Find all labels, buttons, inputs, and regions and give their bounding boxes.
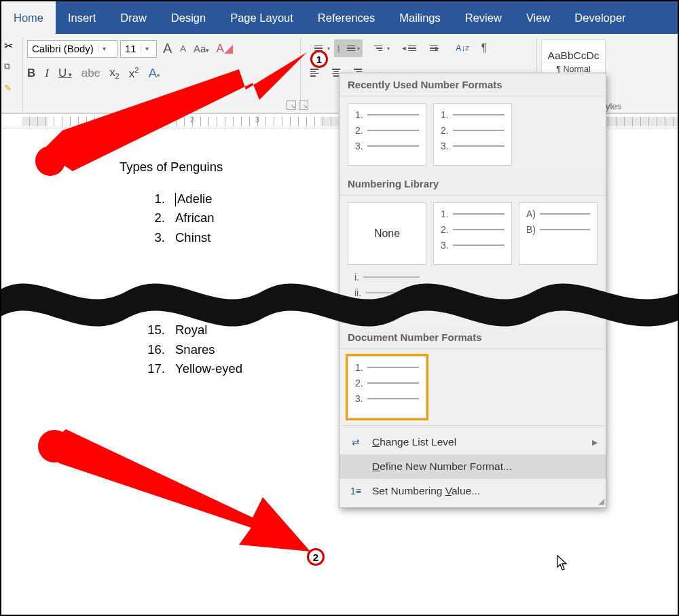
tab-view[interactable]: View [514,1,562,34]
tab-insert[interactable]: Insert [56,1,108,34]
callout-1: 1 [310,50,328,68]
tab-home[interactable]: Home [1,1,56,34]
list-item: Yellow-eyed [168,359,242,379]
define-format-icon [349,461,363,472]
set-numbering-value-item[interactable]: 1≡ Set Numbering Value... [340,479,606,503]
svg-marker-4 [557,556,566,570]
bold-button[interactable]: B [27,67,35,80]
list-item: Snares [168,340,242,360]
format-tile-numeric[interactable]: 1. 2. 3. [433,103,512,166]
svg-marker-0 [42,52,307,171]
tab-references[interactable]: References [306,1,387,34]
change-list-level-item[interactable]: ⇄ Change List Level ▶ [340,430,606,454]
decrease-indent-button[interactable]: ◄ [402,39,422,57]
multilevel-list-button[interactable] [364,39,392,57]
resize-grip-icon[interactable]: ◢ [595,496,604,506]
change-level-icon: ⇄ [349,437,363,448]
format-painter-icon[interactable]: ✎ [4,83,18,96]
format-tile-numeric-selected[interactable]: 1. 2. 3. [348,356,426,418]
mouse-cursor-icon [557,555,569,571]
ribbon-tabs: Home Insert Draw Design Page Layout Refe… [1,1,678,34]
define-new-number-format-item[interactable]: Define New Number Format... [340,454,606,479]
annotation-arrow-1 [35,42,327,192]
show-hide-button[interactable]: ¶ [474,39,494,57]
sort-button[interactable]: A↓Z [452,39,473,57]
panel-menu: ⇄ Change List Level ▶ Define New Number … [340,426,606,507]
format-tile-numeric[interactable]: 1. 2. 3. [348,103,426,166]
annotation-arrow-2 [35,422,320,579]
recent-formats-tiles: 1. 2. 3. 1. 2. 3. [340,96,606,173]
list-item: African [168,209,223,228]
recent-formats-header: Recently Used Number Formats [340,73,606,96]
text-cursor [175,193,176,206]
callout-2: 2 [307,548,325,566]
svg-marker-2 [45,429,310,551]
torn-page-separator [0,254,679,342]
numbering-button[interactable] [334,39,363,57]
svg-point-1 [35,146,65,176]
increase-indent-button[interactable]: ► [424,39,444,57]
numbering-library-header: Numbering Library [340,173,606,196]
tab-page-layout[interactable]: Page Layout [218,1,306,34]
tab-review[interactable]: Review [453,1,514,34]
chevron-right-icon: ▶ [592,438,598,447]
quick-access: ✂ ⧉ ✎ [4,39,20,105]
list-item: Adelie [168,189,223,209]
tab-mailings[interactable]: Mailings [387,1,453,34]
svg-point-3 [38,430,71,463]
cut-icon[interactable]: ✂ [4,39,18,53]
set-value-icon: 1≡ [349,486,363,496]
tab-design[interactable]: Design [159,1,218,34]
tab-draw[interactable]: Draw [108,1,159,34]
tab-developer[interactable]: Developer [562,1,638,34]
list-top: Adelie African Chinst [168,189,223,248]
list-item: Chinst [168,228,223,248]
copy-icon[interactable]: ⧉ [4,61,18,75]
doc-format-tiles: 1. 2. 3. [340,349,606,425]
